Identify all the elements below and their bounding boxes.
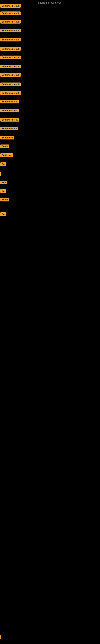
bottleneck-result-row[interactable]: Bottleneck result [0,12,21,16]
bottleneck-badge-10: Bottleneck result [0,82,21,86]
bottleneck-badge-1: Bottleneck result [0,4,21,8]
bottleneck-result-row[interactable]: Bot [0,162,6,167]
bottleneck-badge-8: Bottleneck result [0,64,21,68]
bottleneck-result-row[interactable]: Bottleneck res [0,127,18,131]
bottleneck-result-row[interactable]: Bo [0,212,6,217]
bottleneck-badge-21: Bott [0,181,7,184]
cursor-line-20 [0,172,1,176]
bottleneck-badge-24: Bo [0,212,6,216]
bottleneck-badge-22: Bo [0,189,6,193]
bottleneck-badge-14: Bottleneck resu [0,118,19,122]
bottleneck-result-row[interactable]: Bottleneck result [0,4,21,8]
bottleneck-result-row[interactable]: Bottle [0,144,9,149]
bottleneck-result-row[interactable]: Bottle [0,198,9,202]
bottleneck-badge-12: Bottleneck resu [0,100,19,104]
bottleneck-result-row[interactable]: Bottleneck result [0,82,21,87]
bottleneck-result-row[interactable]: Bottleneck result [0,38,21,42]
bottleneck-result-row[interactable]: Bottleneck resu [0,100,19,104]
bottleneck-result-row[interactable]: Bottleneck result [0,47,21,52]
bottleneck-badge-16: Bottleneck [0,136,14,140]
cursor-line-25 [0,635,1,638]
bottleneck-result-row[interactable]: Bo [0,189,6,194]
bottleneck-badge-13: Bottleneck resu [0,109,19,112]
bottleneck-result-row[interactable]: Bottleneck result [0,91,21,96]
bottleneck-badge-3: Bottleneck result [0,20,21,24]
bottleneck-result-row[interactable]: Bottleneck result [0,56,21,60]
bottleneck-result-row[interactable]: Bottlenec [0,153,13,158]
bottleneck-result-row[interactable]: Bottleneck resu [0,109,19,113]
bottleneck-badge-19: Bot [0,162,6,166]
bottleneck-result-row[interactable]: Bottleneck result [0,73,21,78]
bottleneck-result-row[interactable]: Bottleneck result [0,20,21,24]
bottleneck-badge-18: Bottlenec [0,153,13,157]
bottleneck-result-row[interactable]: Bottleneck [0,136,14,140]
bottleneck-badge-6: Bottleneck result [0,47,21,51]
bottleneck-badge-9: Bottleneck result [0,73,21,77]
bottleneck-badge-7: Bottleneck result [0,56,21,59]
bottleneck-badge-17: Bottle [0,144,9,148]
bottleneck-badge-4: Bottleneck result [0,29,21,32]
bottleneck-result-row[interactable]: Bottleneck result [0,29,21,33]
bottleneck-badge-5: Bottleneck result [0,38,21,42]
bottleneck-result-row[interactable]: Bottleneck resu [0,118,19,122]
bottleneck-badge-11: Bottleneck result [0,91,21,95]
bottleneck-badge-23: Bottle [0,198,9,202]
bottleneck-badge-2: Bottleneck result [0,12,21,15]
bottleneck-result-row[interactable]: Bott [0,181,7,185]
bottleneck-result-row[interactable]: Bottleneck result [0,64,21,69]
bottleneck-badge-15: Bottleneck res [0,127,18,130]
